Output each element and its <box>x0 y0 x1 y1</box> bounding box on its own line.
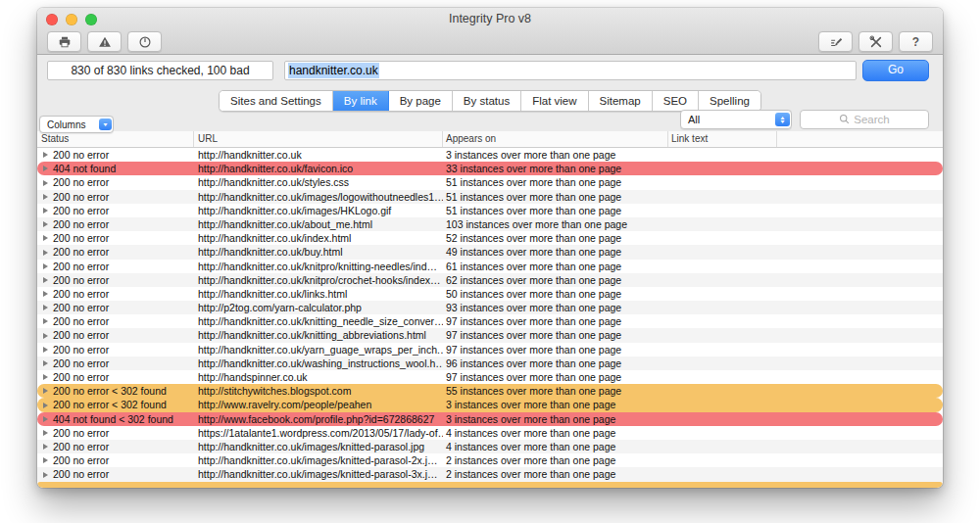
disclosure-triangle-icon[interactable] <box>43 333 48 339</box>
status-cell: 200 no error <box>37 175 194 189</box>
disclosure-triangle-icon[interactable] <box>43 250 48 256</box>
column-header-appears-on[interactable]: Appears on <box>443 131 668 147</box>
disclosure-triangle-icon[interactable] <box>43 263 48 269</box>
zoom-button[interactable] <box>85 14 97 25</box>
screwdriver-icon <box>829 35 843 49</box>
row-filler <box>777 245 943 259</box>
go-button[interactable]: Go <box>862 60 929 81</box>
print-button[interactable] <box>47 31 81 52</box>
table-row-partial[interactable] <box>37 482 943 488</box>
tab-flat-view[interactable]: Flat view <box>521 91 588 111</box>
minimize-button[interactable] <box>66 14 77 25</box>
tab-seo[interactable]: SEO <box>653 91 699 111</box>
tab-sites-and-settings[interactable]: Sites and Settings <box>220 91 333 111</box>
status-cell: 200 no error <box>37 190 194 204</box>
table-row[interactable]: 200 no errorhttp://handknitter.co.uk/ima… <box>37 190 943 204</box>
table-row[interactable]: 200 no errorhttp://handknitter.co.uk/ima… <box>37 467 943 481</box>
disclosure-triangle-icon[interactable] <box>43 444 48 450</box>
close-button[interactable] <box>46 14 58 25</box>
toolbar-left <box>47 31 162 52</box>
tab-by-page[interactable]: By page <box>389 91 453 111</box>
table-row[interactable]: 200 no error < 302 foundhttp://stitchywi… <box>37 384 943 398</box>
table-row[interactable]: 200 no errorhttp://handknitter.co.uk/buy… <box>37 245 943 259</box>
disclosure-triangle-icon[interactable] <box>43 388 48 394</box>
disclosure-triangle-icon[interactable] <box>43 457 48 463</box>
table-row[interactable]: 200 no errorhttp://p2tog.com/yarn-calcul… <box>37 301 943 314</box>
disclosure-triangle-icon[interactable] <box>43 360 48 366</box>
activity-button[interactable] <box>127 31 162 52</box>
disclosure-triangle-icon[interactable] <box>43 347 48 353</box>
table-row[interactable]: 200 no errorhttp://handknitter.co.uk/lin… <box>37 287 943 301</box>
table-row[interactable]: 200 no errorhttp://handspinner.co.uk97 i… <box>37 370 943 384</box>
disclosure-triangle-icon[interactable] <box>43 472 48 478</box>
window-title: Integrity Pro v8 <box>37 12 943 25</box>
appears-on-cell: 2 instances over more than one page <box>443 467 668 481</box>
appears-on-cell: 55 instances over more than one page <box>443 384 668 398</box>
table-row[interactable]: 200 no errorhttp://handknitter.co.uk/sty… <box>37 175 943 189</box>
table-row[interactable]: 200 no errorhttp://handknitter.co.uk/ima… <box>37 204 943 217</box>
status-text: 200 no error <box>53 205 109 216</box>
search-input[interactable]: Search <box>800 110 929 129</box>
status-cell: 200 no error <box>37 453 194 467</box>
column-header-filler <box>777 131 943 147</box>
row-filler <box>777 440 943 453</box>
disclosure-triangle-icon[interactable] <box>43 221 48 227</box>
table-row[interactable]: 200 no errorhttp://handknitter.co.uk/ind… <box>37 231 943 245</box>
disclosure-triangle-icon[interactable] <box>43 152 48 158</box>
disclosure-triangle-icon[interactable] <box>43 235 48 241</box>
scope-dropdown[interactable]: All ▴▾ <box>680 110 792 129</box>
tools-button[interactable] <box>858 31 893 52</box>
url-input[interactable]: handknitter.co.uk <box>284 61 857 80</box>
table-row[interactable]: 404 not foundhttp://handknitter.co.uk/fa… <box>37 162 943 175</box>
table-row[interactable]: 200 no errorhttp://handknitter.co.uk/was… <box>37 357 943 370</box>
tab-by-link[interactable]: By link <box>333 91 389 111</box>
table-row[interactable]: 200 no errorhttp://handknitter.co.uk/kni… <box>37 273 943 287</box>
disclosure-triangle-icon[interactable] <box>43 305 48 310</box>
table-row[interactable]: 200 no error < 302 foundhttp://www.ravel… <box>37 398 943 411</box>
disclosure-triangle-icon[interactable] <box>43 208 48 214</box>
disclosure-triangle-icon[interactable] <box>43 416 48 422</box>
help-button[interactable]: ? <box>899 31 933 52</box>
warnings-button[interactable] <box>87 31 122 52</box>
table-row[interactable]: 200 no errorhttp://handknitter.co.uk3 in… <box>37 148 943 162</box>
status-cell: 200 no error <box>37 467 194 481</box>
disclosure-triangle-icon[interactable] <box>43 277 48 283</box>
appears-on-cell: 3 instances over more than one page <box>443 412 668 426</box>
link-text-cell <box>668 453 777 467</box>
link-text-cell <box>668 204 777 217</box>
table-row[interactable]: 200 no errorhttp://handknitter.co.uk/ima… <box>37 453 943 467</box>
column-header-status[interactable]: Status <box>37 131 194 147</box>
table-row[interactable]: 200 no errorhttp://handknitter.co.uk/yar… <box>37 343 943 357</box>
link-text-cell <box>668 370 777 384</box>
table-row[interactable]: 200 no errorhttp://handknitter.co.uk/ima… <box>37 440 943 453</box>
table-row[interactable]: 200 no errorhttp://handknitter.co.uk/abo… <box>37 217 943 231</box>
table-row[interactable]: 200 no errorhttp://handknitter.co.uk/kni… <box>37 328 943 342</box>
disclosure-triangle-icon[interactable] <box>43 374 48 380</box>
table-row[interactable]: 200 no errorhttps://1atalante1.wordpress… <box>37 426 943 440</box>
table-row[interactable]: 200 no errorhttp://handknitter.co.uk/kni… <box>37 260 943 273</box>
status-cell: 200 no error <box>37 245 194 259</box>
disclosure-triangle-icon[interactable] <box>43 318 48 324</box>
status-cell: 200 no error <box>37 217 194 231</box>
preferences-button[interactable] <box>818 31 853 52</box>
table-row[interactable]: 200 no errorhttp://handknitter.co.uk/kni… <box>37 314 943 328</box>
tab-spelling[interactable]: Spelling <box>699 91 760 111</box>
disclosure-triangle-icon[interactable] <box>43 194 48 200</box>
disclosure-triangle-icon[interactable] <box>43 430 48 436</box>
disclosure-triangle-icon[interactable] <box>43 403 48 408</box>
column-header-link-text[interactable]: Link text <box>668 131 777 147</box>
appears-on-cell: 97 instances over more than one page <box>443 328 668 342</box>
table-row[interactable]: 404 not found < 302 foundhttp://www.face… <box>37 412 943 426</box>
tab-sitemap[interactable]: Sitemap <box>589 91 653 111</box>
column-header-url[interactable]: URL <box>194 131 443 147</box>
url-cell: http://handknitter.co.uk/images/logowith… <box>194 190 443 204</box>
row-filler <box>777 398 943 411</box>
disclosure-triangle-icon[interactable] <box>43 166 48 171</box>
disclosure-triangle-icon[interactable] <box>43 291 48 297</box>
url-cell: http://handknitter.co.uk/images/HKLogo.g… <box>194 204 443 217</box>
tab-by-status[interactable]: By status <box>453 91 521 111</box>
status-text: 200 no error <box>53 274 109 286</box>
columns-dropdown[interactable]: Columns ▾ <box>39 116 114 133</box>
disclosure-triangle-icon[interactable] <box>43 180 48 186</box>
url-cell: http://handknitter.co.uk/images/knitted-… <box>194 440 443 453</box>
